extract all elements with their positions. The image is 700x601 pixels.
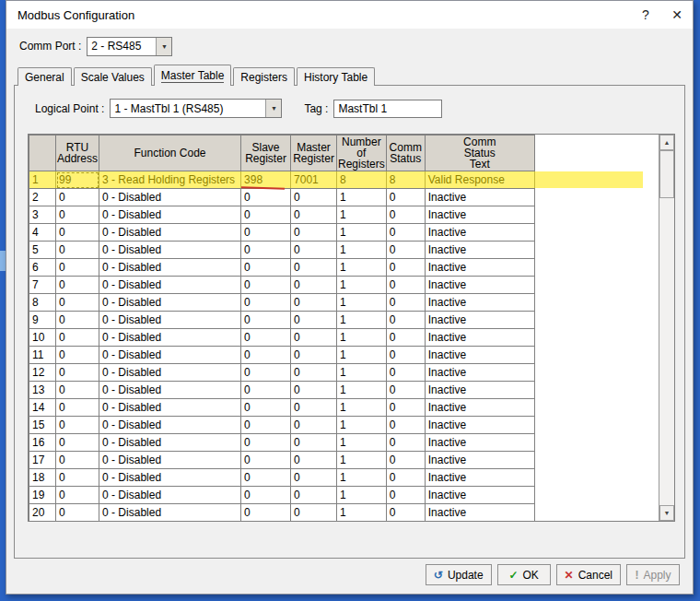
row-number[interactable]: 15 <box>29 417 56 434</box>
cell-nregs[interactable]: 1 <box>337 434 387 452</box>
cell-slave[interactable]: 398 <box>241 171 291 189</box>
cell-nregs[interactable]: 1 <box>337 312 387 329</box>
cell-func[interactable]: 0 - Disabled <box>99 294 241 312</box>
cell-func[interactable]: 0 - Disabled <box>99 224 241 242</box>
cell-nregs[interactable]: 1 <box>337 189 387 206</box>
cell-master[interactable]: 0 <box>291 189 337 206</box>
cell-nregs[interactable]: 1 <box>337 382 387 399</box>
cell-master[interactable]: 0 <box>291 382 337 399</box>
cell-master[interactable]: 0 <box>291 452 337 469</box>
cell-master[interactable]: 0 <box>291 504 337 522</box>
row-number[interactable]: 16 <box>29 434 56 452</box>
cell-slave[interactable]: 0 <box>241 277 291 294</box>
cell-slave[interactable]: 0 <box>241 347 291 364</box>
cell-nregs[interactable]: 1 <box>337 259 387 277</box>
cell-master[interactable]: 7001 <box>291 171 337 189</box>
cell-rtu[interactable]: 0 <box>56 224 99 242</box>
cell-func[interactable]: 0 - Disabled <box>99 469 241 487</box>
cell-master[interactable]: 0 <box>291 469 337 487</box>
cell-rtu[interactable]: 0 <box>56 382 99 399</box>
cell-master[interactable]: 0 <box>291 206 337 224</box>
comm-port-dropdown[interactable]: 2 - RS485 ▼ <box>87 37 172 56</box>
scroll-down-icon[interactable]: ▼ <box>659 505 674 521</box>
cell-func[interactable]: 0 - Disabled <box>99 487 241 504</box>
cell-nregs[interactable]: 1 <box>337 417 387 434</box>
cell-slave[interactable]: 0 <box>241 329 291 347</box>
cell-func[interactable]: 3 - Read Holding Registers <box>99 171 241 189</box>
cell-func[interactable]: 0 - Disabled <box>99 382 241 399</box>
cell-nregs[interactable]: 1 <box>337 469 387 487</box>
row-number[interactable]: 9 <box>29 312 56 329</box>
cell-nregs[interactable]: 1 <box>337 329 387 347</box>
cell-rtu[interactable]: 0 <box>56 347 99 364</box>
cell-rtu[interactable]: 0 <box>56 294 99 312</box>
tab-master-table[interactable]: Master Table <box>154 65 231 86</box>
row-number[interactable]: 1 <box>29 171 56 189</box>
cell-master[interactable]: 0 <box>291 364 337 382</box>
cell-master[interactable]: 0 <box>291 434 337 452</box>
cell-master[interactable]: 0 <box>291 242 337 259</box>
cell-nregs[interactable]: 1 <box>337 399 387 417</box>
cell-nregs[interactable]: 1 <box>337 277 387 294</box>
cell-nregs[interactable]: 1 <box>337 487 387 504</box>
row-number[interactable]: 10 <box>29 329 56 347</box>
cell-func[interactable]: 0 - Disabled <box>99 242 241 259</box>
logical-point-dropdown[interactable]: 1 - MastTbl 1 (RS485) ▼ <box>110 99 282 118</box>
cell-func[interactable]: 0 - Disabled <box>99 277 241 294</box>
cancel-button[interactable]: ✕ Cancel <box>556 564 621 585</box>
cell-slave[interactable]: 0 <box>241 189 291 206</box>
cell-func[interactable]: 0 - Disabled <box>99 364 241 382</box>
cell-nregs[interactable]: 1 <box>337 206 387 224</box>
cell-slave[interactable]: 0 <box>241 224 291 242</box>
chevron-down-icon[interactable]: ▼ <box>265 100 281 117</box>
close-icon[interactable]: ✕ <box>661 1 693 29</box>
cell-rtu[interactable]: 0 <box>56 399 99 417</box>
cell-func[interactable]: 0 - Disabled <box>99 417 241 434</box>
cell-master[interactable]: 0 <box>291 224 337 242</box>
cell-rtu[interactable]: 0 <box>56 206 99 224</box>
cell-rtu[interactable]: 0 <box>56 434 99 452</box>
tab-general[interactable]: General <box>18 67 72 86</box>
cell-slave[interactable]: 0 <box>241 206 291 224</box>
row-number[interactable]: 3 <box>29 206 56 224</box>
cell-slave[interactable]: 0 <box>241 434 291 452</box>
cell-master[interactable]: 0 <box>291 417 337 434</box>
cell-rtu[interactable]: 0 <box>56 504 99 522</box>
cell-slave[interactable]: 0 <box>241 259 291 277</box>
row-number[interactable]: 11 <box>29 347 56 364</box>
cell-rtu[interactable]: 0 <box>56 452 99 469</box>
cell-slave[interactable]: 0 <box>241 364 291 382</box>
cell-master[interactable]: 0 <box>291 329 337 347</box>
cell-func[interactable]: 0 - Disabled <box>99 452 241 469</box>
cell-master[interactable]: 0 <box>291 487 337 504</box>
cell-slave[interactable]: 0 <box>241 452 291 469</box>
cell-rtu[interactable]: 0 <box>56 329 99 347</box>
help-icon[interactable]: ? <box>630 1 661 29</box>
cell-rtu[interactable]: 0 <box>56 417 99 434</box>
row-number[interactable]: 17 <box>29 452 56 469</box>
cell-rtu[interactable]: 0 <box>56 312 99 329</box>
cell-slave[interactable]: 0 <box>241 487 291 504</box>
cell-slave[interactable]: 0 <box>241 312 291 329</box>
cell-slave[interactable]: 0 <box>241 399 291 417</box>
cell-slave[interactable]: 0 <box>241 382 291 399</box>
cell-func[interactable]: 0 - Disabled <box>99 434 241 452</box>
row-number[interactable]: 20 <box>29 504 56 522</box>
cell-rtu[interactable]: 0 <box>56 259 99 277</box>
cell-func[interactable]: 0 - Disabled <box>99 504 241 522</box>
cell-nregs[interactable]: 1 <box>337 347 387 364</box>
cell-slave[interactable]: 0 <box>241 242 291 259</box>
scrollbar-thumb[interactable] <box>659 150 674 198</box>
cell-slave[interactable]: 0 <box>241 504 291 522</box>
ok-button[interactable]: ✓ OK <box>497 564 551 585</box>
cell-func[interactable]: 0 - Disabled <box>99 259 241 277</box>
row-number[interactable]: 2 <box>29 189 56 206</box>
cell-nregs[interactable]: 1 <box>337 224 387 242</box>
row-number[interactable]: 18 <box>29 469 56 487</box>
row-number[interactable]: 5 <box>29 242 56 259</box>
row-number[interactable]: 8 <box>29 294 56 312</box>
cell-master[interactable]: 0 <box>291 294 337 312</box>
cell-rtu[interactable]: 99 <box>56 171 99 189</box>
row-number[interactable]: 7 <box>29 277 56 294</box>
cell-slave[interactable]: 0 <box>241 417 291 434</box>
